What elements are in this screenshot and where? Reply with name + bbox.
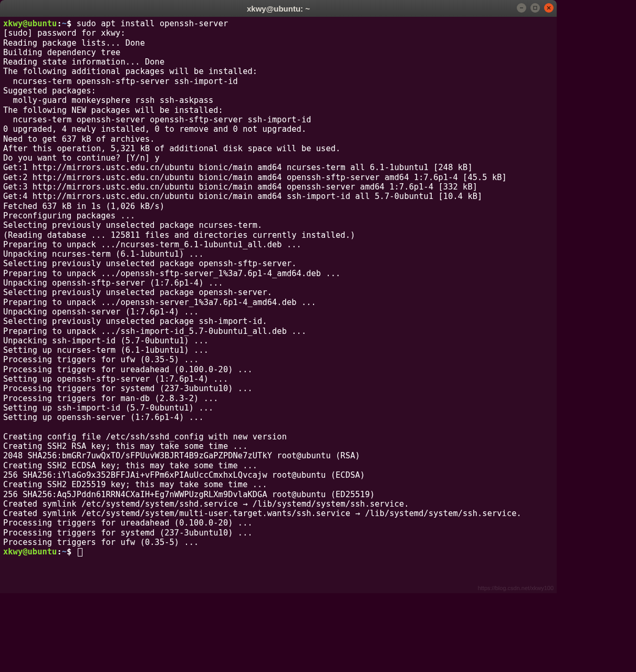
command-text: sudo apt install openssh-server — [71, 19, 228, 28]
window-title: xkwy@ubuntu: ~ — [247, 4, 310, 13]
prompt-sep: : — [57, 19, 61, 28]
minimize-button[interactable] — [517, 3, 526, 13]
terminal-window: xkwy@ubuntu: ~ xkwy@ubuntu:~$ sudo apt i… — [0, 0, 557, 593]
prompt-user-host-2: xkwy@ubuntu — [3, 547, 57, 556]
cursor-icon — [78, 548, 82, 556]
prompt-dollar-2: $ — [67, 547, 71, 556]
prompt-path: ~ — [62, 19, 67, 28]
prompt-sep-2: : — [57, 547, 61, 556]
maximize-button[interactable] — [530, 3, 540, 13]
terminal-output: [sudo] password for xkwy: Reading packag… — [3, 28, 522, 547]
prompt-dollar: $ — [67, 19, 71, 28]
watermark-text: https://blog.csdn.net/xkwy100 — [478, 585, 554, 591]
terminal-body[interactable]: xkwy@ubuntu:~$ sudo apt install openssh-… — [0, 17, 557, 559]
titlebar: xkwy@ubuntu: ~ — [0, 0, 557, 17]
prompt-path-2: ~ — [62, 547, 67, 556]
window-controls — [517, 3, 554, 13]
svg-rect-1 — [534, 6, 537, 9]
prompt-user-host: xkwy@ubuntu — [3, 19, 57, 28]
close-button[interactable] — [544, 3, 554, 13]
